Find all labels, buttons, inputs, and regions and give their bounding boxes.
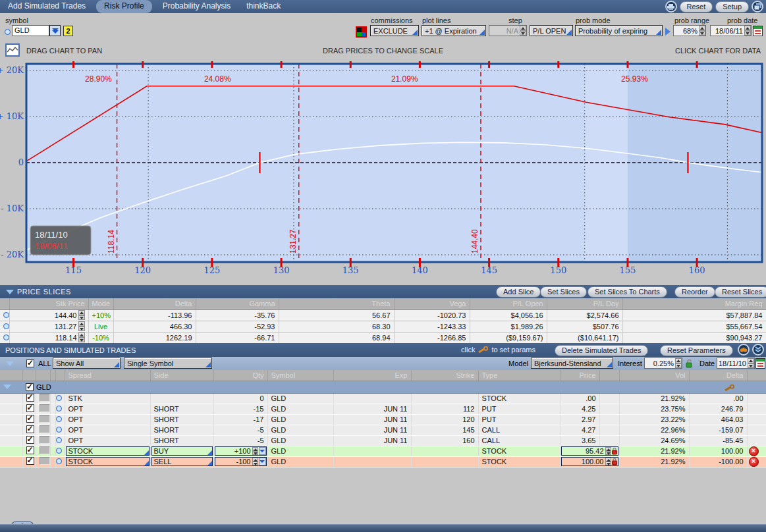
row-marker-icon[interactable] [56,448,62,454]
stepper-arrows-icon[interactable] [744,26,751,36]
qty-stepper[interactable]: +100 [215,446,267,456]
stk-price-stepper[interactable]: 118.14 [9,332,88,343]
stk-price-stepper[interactable]: 144.40 [9,309,88,321]
stepper-arrows-icon[interactable] [605,458,611,466]
stepper-arrows-icon[interactable] [675,358,682,368]
row-marker-icon[interactable] [3,323,9,329]
tab-probability-analysis[interactable]: Probability Analysis [155,0,238,13]
lock-icon[interactable] [611,458,618,466]
row-checkbox[interactable] [26,446,34,454]
stepper-arrows-icon[interactable] [78,321,85,331]
lock-icon[interactable] [611,447,618,456]
prob-date-stepper[interactable]: 18/06/11 [710,25,752,36]
row-checkbox[interactable] [26,457,34,465]
spread-dropdown[interactable]: STOCK [66,446,150,456]
set-slices-to-charts-button[interactable]: Set Slices To Charts [588,286,667,298]
row-tool-button[interactable] [40,457,50,465]
qty-dropdown-button[interactable] [259,458,266,466]
color-grid-icon[interactable] [356,26,367,38]
stepper-arrows-icon[interactable] [78,310,85,320]
step-stepper[interactable]: N/A [489,25,527,36]
collapse-group-icon[interactable] [3,385,11,389]
stepper-arrows-icon[interactable] [748,358,754,368]
add-slice-button[interactable]: Add Slice [496,286,541,298]
prob-range-stepper[interactable]: 68% [673,25,706,36]
model-dropdown[interactable]: Bjerksund-Stensland [531,358,613,369]
qty-stepper[interactable]: -100 [215,457,267,466]
row-marker-icon[interactable] [56,427,62,433]
row-marker-icon[interactable] [56,406,62,412]
row-checkbox[interactable] [26,404,34,412]
delete-trade-button[interactable] [749,446,759,456]
date-stepper[interactable]: 18/11/10 [717,358,755,369]
reset-button[interactable]: Reset [680,1,713,13]
all-checkbox[interactable] [26,359,34,367]
calendar-icon[interactable] [755,358,765,369]
plot-lines-dropdown[interactable]: +1 @ Expiration [422,25,486,36]
chart-canvas[interactable]: 118.14131.27144.401151201251301351401451… [0,61,766,285]
analyze-tools-button[interactable] [738,344,750,356]
print-button[interactable] [665,1,677,13]
symbol-input[interactable]: GLD [12,25,49,36]
price-stepper[interactable]: 95.42 [561,446,618,456]
tab-add-simulated-trades[interactable]: Add Simulated Trades [0,0,94,13]
reset-slices-button[interactable]: Reset Slices [715,286,766,298]
show-filter-dropdown[interactable]: Show All [53,358,121,369]
collapse-positions-icon[interactable] [6,361,14,366]
row-tool-button[interactable] [40,415,50,423]
interest-stepper[interactable]: 0.25% [644,358,682,369]
detach-window-button[interactable] [752,1,763,13]
unlock-icon[interactable] [686,359,693,368]
row-tool-button[interactable] [40,446,50,454]
group-checkbox[interactable] [26,383,34,391]
row-marker-icon[interactable] [56,395,62,401]
setup-button[interactable]: Setup [715,1,749,13]
row-tool-button[interactable] [40,404,50,412]
stk-price-stepper[interactable]: 131.27 [9,321,88,332]
mode-value[interactable]: Live [88,321,113,332]
delete-simulated-trades-button[interactable]: Delete Simulated Trades [555,345,648,356]
row-marker-icon[interactable] [56,437,62,443]
side-dropdown[interactable]: SELL [151,457,213,466]
stepper-arrows-icon[interactable] [605,447,611,455]
qty-dropdown-button[interactable] [259,447,266,455]
row-tool-button[interactable] [40,425,50,433]
symbol-count-badge[interactable]: 2 [63,26,73,36]
row-marker-icon[interactable] [3,312,9,318]
collapse-slices-icon[interactable] [6,290,14,294]
symbol-dropdown-button[interactable] [49,25,61,36]
row-marker-icon[interactable] [3,334,9,340]
wrench-icon[interactable] [725,385,734,392]
mode-value[interactable]: -10% [88,332,113,343]
row-tool-button[interactable] [40,436,50,444]
pl-mode-dropdown[interactable]: P/L OPEN [530,25,573,36]
row-marker-icon[interactable] [56,416,62,422]
risk-profile-chart[interactable]: 118.14131.27144.401151201251301351401451… [0,61,766,285]
row-checkbox[interactable] [26,425,34,433]
tab-thinkback[interactable]: thinkBack [238,0,288,13]
collapse-section-button[interactable] [752,344,764,356]
stepper-arrows-icon[interactable] [520,26,526,36]
stepper-arrows-icon[interactable] [78,332,85,342]
chart-style-button[interactable] [5,43,20,57]
symbol-filter-dropdown[interactable]: Single Symbol [124,358,212,369]
stepper-arrows-icon[interactable] [252,447,258,455]
price-stepper[interactable]: 100.00 [561,457,618,466]
stepper-arrows-icon[interactable] [699,26,705,36]
set-slices-button[interactable]: Set Slices [540,286,587,298]
row-checkbox[interactable] [26,394,34,402]
calendar-icon[interactable] [753,26,763,36]
tab-risk-profile[interactable]: Risk Profile [96,0,152,13]
delete-trade-button[interactable] [749,457,759,467]
prob-mode-dropdown[interactable]: Probability of expiring [575,25,663,36]
reorder-button[interactable]: Reorder [674,286,715,298]
mode-value[interactable]: +10% [88,309,113,321]
row-checkbox[interactable] [26,436,34,444]
side-dropdown[interactable]: BUY [151,446,213,456]
row-checkbox[interactable] [26,415,34,423]
commissions-dropdown[interactable]: EXCLUDE [370,25,419,36]
row-marker-icon[interactable] [56,458,62,464]
spread-dropdown[interactable]: STOCK [66,457,150,466]
stepper-arrows-icon[interactable] [252,458,258,466]
reset-parameters-button[interactable]: Reset Parameters [660,345,733,356]
